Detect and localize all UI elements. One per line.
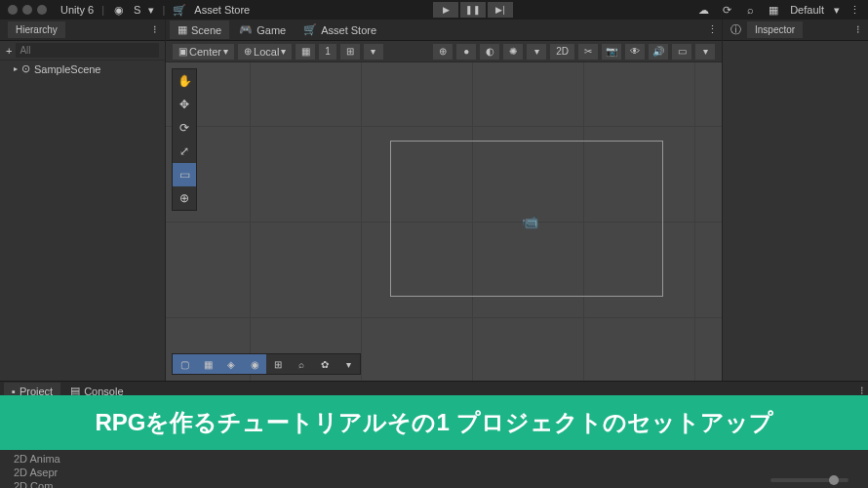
more-icon[interactable]: ⋮ (849, 4, 860, 17)
inspector-panel: ⓘ Inspector ⁝ (722, 20, 868, 381)
unity-icon: ⊙ (21, 62, 30, 75)
thumbnail-size-slider[interactable] (770, 478, 848, 482)
overlay-4[interactable]: ◉ (243, 354, 266, 374)
overlay-8[interactable]: ▾ (336, 354, 360, 374)
expand-icon[interactable]: ▸ (14, 64, 18, 73)
footer-area: 2D Anima 2D Asepr 2D Com (0, 450, 868, 488)
overlay-7[interactable]: ✿ (313, 354, 336, 374)
draw-mode-icon[interactable]: ⊕ (432, 43, 454, 61)
tab-asset-store[interactable]: 🛒Asset Store (296, 20, 384, 39)
camera-gizmo-icon[interactable]: 📹 (522, 214, 538, 229)
volume-icon[interactable]: 🔊 (648, 43, 669, 61)
audio-icon[interactable]: ✺ (502, 43, 524, 61)
hand-tool[interactable]: ✋ (173, 69, 196, 93)
min-dot[interactable] (22, 5, 32, 15)
hierarchy-tab[interactable]: Hierarchy (8, 21, 65, 38)
inspector-tab[interactable]: Inspector (747, 21, 803, 38)
rect-tool[interactable]: ▭ (173, 163, 196, 186)
scene-icon: ▦ (178, 23, 187, 36)
add-icon[interactable]: + (6, 45, 12, 57)
close-dot[interactable] (8, 5, 18, 15)
snap-icon[interactable]: ⊞ (339, 43, 361, 61)
hierarchy-panel: Hierarchy ⁝ + ▸ ⊙ SampleScene (0, 20, 166, 381)
tutorial-banner: RPGを作るチュートリアルその1 プロジェクトのセットアップ (0, 395, 868, 450)
app-title: Unity 6 (60, 4, 94, 16)
banner-text: RPGを作るチュートリアルその1 プロジェクトのセットアップ (95, 407, 772, 438)
lock-icon[interactable]: ⁝ (153, 23, 157, 36)
play-button[interactable]: ▶ (433, 2, 458, 18)
user-label: S (134, 4, 140, 16)
traffic-lights (8, 5, 47, 15)
gizmos-dropdown[interactable]: ▾ (694, 43, 716, 61)
tool-palette: ✋ ✥ ⟳ ⤢ ▭ ⊕ (172, 68, 197, 211)
light-icon[interactable]: ◐ (479, 43, 500, 61)
slider-thumb[interactable] (829, 475, 839, 485)
step-button[interactable]: ▶| (488, 2, 513, 18)
refresh-icon[interactable]: ⟳ (720, 3, 733, 17)
folder-item[interactable]: 2D Anima (4, 452, 89, 466)
scene-viewport[interactable]: ✋ ✥ ⟳ ⤢ ▭ ⊕ 📹 ▢ ▦ ◈ ◉ ⊞ ⌕ ✿ ▾ (166, 62, 722, 381)
overlay-5[interactable]: ⊞ (266, 354, 290, 374)
overlay-1[interactable]: ▢ (173, 354, 196, 374)
cart-icon[interactable]: 🛒 (173, 3, 186, 17)
lock-icon[interactable]: ⁝ (856, 23, 860, 36)
shaded-icon[interactable]: ● (455, 43, 477, 61)
scene-item[interactable]: ▸ ⊙ SampleScene (0, 61, 165, 77)
tab-scene[interactable]: ▦Scene (170, 20, 229, 39)
layout-dropdown[interactable]: Default (790, 4, 824, 16)
folder-item[interactable]: 2D Asepr (4, 466, 89, 479)
overlay-2[interactable]: ▦ (196, 354, 219, 374)
scale-tool[interactable]: ⤢ (173, 140, 196, 163)
grid-toggle[interactable]: ▦ (295, 43, 316, 61)
grid-value[interactable]: 1 (318, 43, 337, 61)
display-icon[interactable]: ▭ (671, 43, 692, 61)
inspector-icon: ⓘ (730, 22, 741, 37)
tab-game[interactable]: 🎮Game (231, 20, 294, 39)
rotate-tool[interactable]: ⟳ (173, 116, 196, 140)
move-tool[interactable]: ✥ (173, 93, 196, 116)
camera-icon[interactable]: 📷 (601, 43, 622, 61)
asset-store-link[interactable]: Asset Store (194, 4, 250, 16)
main-area: Hierarchy ⁝ + ▸ ⊙ SampleScene ▦Scene 🎮Ga… (0, 20, 868, 381)
game-icon: 🎮 (239, 23, 253, 36)
space-dropdown[interactable]: ⊕ Local ▾ (237, 43, 293, 61)
scene-panel: ▦Scene 🎮Game 🛒Asset Store ⋮ ▣ Center ▾ ⊕… (166, 20, 722, 381)
store-icon: 🛒 (303, 23, 317, 36)
snap-settings-icon[interactable]: ▾ (363, 43, 384, 61)
folder-item[interactable]: 2D Com (4, 479, 89, 488)
playback-controls: ▶ ❚❚ ▶| (256, 2, 690, 18)
cloud-icon[interactable]: ☁ (696, 3, 710, 17)
layers-icon[interactable]: ▦ (767, 3, 780, 17)
search-icon[interactable]: ⌕ (743, 3, 757, 17)
max-dot[interactable] (37, 5, 47, 15)
eye-icon[interactable]: 👁 (624, 43, 646, 61)
layout-dropdown-icon[interactable]: ▾ (834, 4, 840, 17)
overlay-tools: ▢ ▦ ◈ ◉ ⊞ ⌕ ✿ ▾ (172, 353, 361, 375)
pivot-dropdown[interactable]: ▣ Center ▾ (172, 43, 235, 61)
pause-button[interactable]: ❚❚ (460, 2, 486, 18)
user-dropdown-icon[interactable]: ▾ (148, 4, 154, 17)
overlay-3[interactable]: ◈ (219, 354, 243, 374)
user-icon[interactable]: ◉ (112, 3, 126, 17)
fx-icon[interactable]: ▾ (526, 43, 547, 61)
2d-toggle[interactable]: 2D (549, 43, 575, 61)
overlay-6[interactable]: ⌕ (290, 354, 313, 374)
transform-tool[interactable]: ⊕ (173, 186, 196, 210)
gizmo-icon[interactable]: ✂ (577, 43, 599, 61)
hierarchy-search[interactable] (16, 43, 159, 58)
title-bar: Unity 6 | ◉ S ▾ | 🛒 Asset Store ▶ ❚❚ ▶| … (0, 0, 868, 20)
panel-menu-icon[interactable]: ⋮ (707, 23, 718, 36)
scene-name: SampleScene (34, 63, 101, 75)
